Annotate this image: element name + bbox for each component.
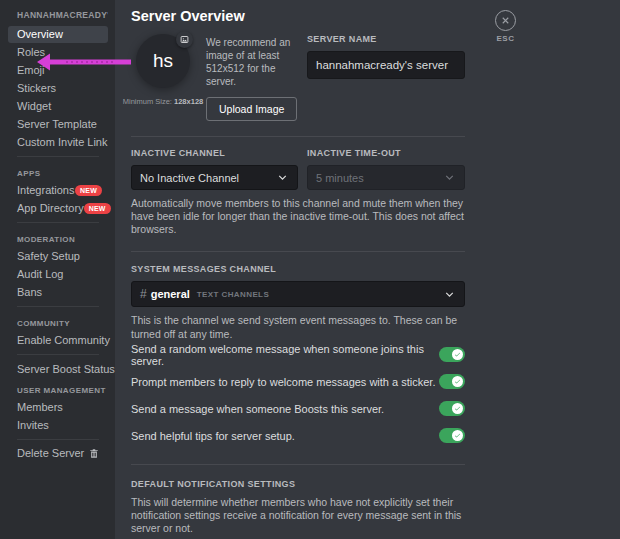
- change-image-icon[interactable]: [176, 31, 193, 48]
- esc-label: ESC: [495, 34, 516, 43]
- sidebar-item-label: Emoji: [17, 65, 45, 76]
- sidebar-item-invites[interactable]: Invites: [8, 417, 108, 434]
- sidebar-divider: [17, 354, 99, 355]
- section-divider: [131, 136, 465, 137]
- new-badge: NEW: [84, 203, 111, 214]
- channel-hash-icon: #: [140, 287, 147, 301]
- sidebar-section-apps: APPS: [8, 162, 108, 182]
- sidebar-item-safety-setup[interactable]: Safety Setup: [8, 248, 108, 265]
- toggle-knob: [452, 349, 463, 360]
- sidebar-item-stickers[interactable]: Stickers: [8, 80, 108, 97]
- sidebar-item-label: App Directory: [17, 203, 84, 214]
- sidebar-item-label: Safety Setup: [17, 251, 80, 262]
- min-size-value: 128x128: [174, 97, 203, 106]
- sidebar-item-server-boost-status[interactable]: Server Boost Status: [8, 360, 108, 378]
- new-badge: NEW: [75, 185, 102, 196]
- min-size-note: Minimum Size: 128x128: [123, 97, 203, 106]
- sticker-prompt-toggle[interactable]: [439, 374, 465, 389]
- toggle-row-sticker-prompt: Prompt members to reply to welcome messa…: [131, 369, 465, 395]
- sidebar-section-user-management: USER MANAGEMENT: [8, 379, 108, 399]
- section-divider: [131, 464, 465, 465]
- sidebar-divider: [17, 222, 99, 223]
- sidebar-item-label: Bans: [17, 287, 42, 298]
- server-avatar[interactable]: hs: [136, 34, 190, 88]
- inactive-help-text: Automatically move members to this chann…: [131, 197, 465, 236]
- toggle-knob: [452, 376, 463, 387]
- chevron-down-icon: [443, 288, 456, 301]
- sidebar-item-label: Members: [17, 402, 63, 413]
- toggle-knob: [452, 403, 463, 414]
- sidebar-item-roles[interactable]: Roles: [8, 44, 108, 61]
- inactive-channel-select[interactable]: No Inactive Channel: [131, 165, 298, 190]
- sidebar-section-moderation: MODERATION: [8, 228, 108, 248]
- sidebar-item-widget[interactable]: Widget: [8, 98, 108, 115]
- sidebar-item-enable-community[interactable]: Enable Community: [8, 332, 108, 349]
- image-recommend-text: We recommend an image of at least 512x51…: [206, 36, 306, 88]
- sidebar-item-label: Delete Server: [17, 448, 84, 459]
- toggle-row-helpful-tips: Send helpful tips for server setup.: [131, 423, 465, 449]
- system-channel-group: TEXT CHANNELS: [197, 290, 269, 299]
- settings-sidebar: HANNAHMACREADY'S SER... Overview Roles E…: [0, 0, 115, 539]
- toggle-knob: [452, 430, 463, 441]
- inactive-timeout-value: 5 minutes: [316, 172, 364, 184]
- inactive-timeout-select: 5 minutes: [307, 165, 465, 190]
- boost-message-toggle[interactable]: [439, 401, 465, 416]
- sidebar-item-label: Audit Log: [17, 269, 63, 280]
- toggle-label: Send a message when someone Boosts this …: [131, 403, 384, 415]
- system-messages-channel-select[interactable]: # general TEXT CHANNELS: [131, 281, 465, 307]
- toggle-label: Send helpful tips for server setup.: [131, 430, 295, 442]
- inactive-timeout-label: INACTIVE TIME-OUT: [307, 148, 465, 158]
- trash-icon: [89, 448, 99, 459]
- sidebar-item-delete-server[interactable]: Delete Server: [8, 445, 108, 462]
- sidebar-item-integrations[interactable]: Integrations NEW: [8, 182, 108, 199]
- inactive-channel-value: No Inactive Channel: [140, 172, 239, 184]
- server-name-input[interactable]: [307, 51, 465, 79]
- sidebar-item-label: Invites: [17, 420, 49, 431]
- system-messages-label: SYSTEM MESSAGES CHANNEL: [131, 264, 465, 274]
- chevron-down-icon: [276, 171, 289, 184]
- helpful-tips-toggle[interactable]: [439, 428, 465, 443]
- inactive-channel-label: INACTIVE CHANNEL: [131, 148, 298, 158]
- sidebar-item-label: Widget: [17, 101, 51, 112]
- sidebar-item-label: Overview: [17, 29, 63, 40]
- sidebar-divider: [17, 306, 99, 307]
- sidebar-item-label: Server Boost Status: [17, 364, 115, 375]
- page-title: Server Overview: [131, 8, 465, 24]
- sidebar-divider: [17, 156, 99, 157]
- sidebar-item-server-template[interactable]: Server Template: [8, 116, 108, 133]
- section-divider: [131, 251, 465, 252]
- default-notification-settings-label: DEFAULT NOTIFICATION SETTINGS: [131, 479, 465, 489]
- server-image-section: hs Minimum Size: 128x128 We recommend an…: [131, 34, 465, 121]
- server-name-label: SERVER NAME: [307, 34, 465, 44]
- sidebar-item-emoji[interactable]: Emoji: [8, 62, 108, 79]
- sidebar-item-label: Integrations: [17, 185, 74, 196]
- sidebar-item-label: Stickers: [17, 83, 56, 94]
- sidebar-section-community: COMMUNITY: [8, 312, 108, 332]
- sidebar-divider: [17, 439, 99, 440]
- system-channel-name: general: [151, 288, 190, 300]
- sidebar-item-label: Server Template: [17, 119, 97, 130]
- server-name-heading: HANNAHMACREADY'S SER...: [8, 10, 108, 26]
- notification-desc-text: This will determine whether members who …: [131, 496, 465, 535]
- min-size-prefix: Minimum Size:: [123, 97, 174, 106]
- sidebar-item-bans[interactable]: Bans: [8, 284, 108, 301]
- sidebar-item-label: Enable Community: [17, 335, 110, 346]
- close-icon: [495, 10, 516, 31]
- sidebar-item-custom-invite-link[interactable]: Custom Invite Link: [8, 134, 108, 151]
- close-button[interactable]: ESC: [495, 10, 516, 43]
- avatar-initials: hs: [153, 50, 173, 72]
- toggle-row-welcome-message: Send a random welcome message when someo…: [131, 342, 465, 368]
- sidebar-item-label: Custom Invite Link: [17, 137, 107, 148]
- upload-image-button[interactable]: Upload Image: [206, 97, 297, 121]
- sidebar-item-audit-log[interactable]: Audit Log: [8, 266, 108, 283]
- welcome-message-toggle[interactable]: [439, 347, 465, 362]
- server-overview-panel: Server Overview hs Minimum Size: 128x128…: [115, 0, 620, 539]
- sidebar-item-label: Roles: [17, 47, 45, 58]
- sidebar-item-app-directory[interactable]: App Directory NEW: [8, 200, 108, 217]
- system-messages-help-text: This is the channel we send system event…: [131, 314, 465, 340]
- sidebar-item-members[interactable]: Members: [8, 399, 108, 416]
- chevron-down-icon: [443, 171, 456, 184]
- toggle-label: Send a random welcome message when someo…: [131, 343, 439, 367]
- toggle-row-boost-message: Send a message when someone Boosts this …: [131, 396, 465, 422]
- sidebar-item-overview[interactable]: Overview: [8, 26, 108, 43]
